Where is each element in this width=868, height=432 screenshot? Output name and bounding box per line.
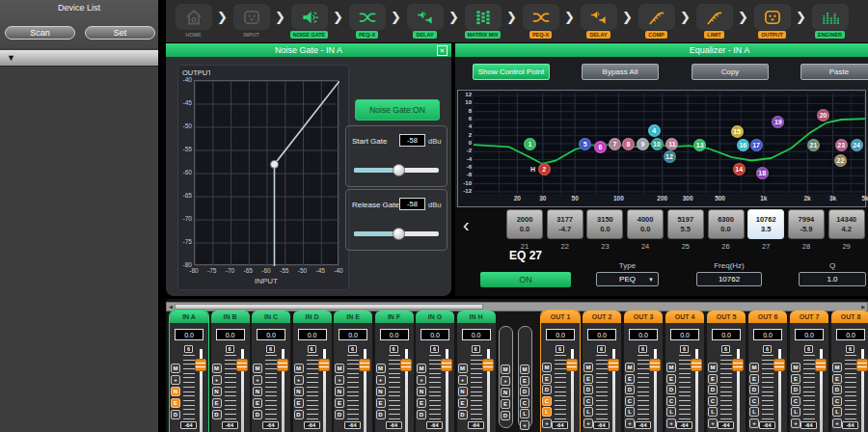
channel-gain-value[interactable]: 0.0: [546, 329, 575, 340]
channel-tab-in-b[interactable]: IN B: [211, 310, 250, 323]
channel-button-m[interactable]: M: [335, 364, 344, 373]
channel-button-d[interactable]: D: [253, 410, 262, 419]
channel-button-e[interactable]: E: [294, 398, 304, 408]
eq-point-24[interactable]: 24: [851, 139, 863, 151]
band-cell-26[interactable]: 63000.0: [708, 209, 745, 239]
equalizer-plot[interactable]: 12H456789101112131415161718192021222324: [474, 94, 865, 194]
fader-handle[interactable]: [732, 359, 744, 371]
channel-gain-value[interactable]: 0.0: [587, 329, 616, 340]
channel-tab-in-c[interactable]: IN C: [252, 310, 290, 323]
channel-button-e[interactable]: E: [749, 374, 759, 384]
channel-button-m[interactable]: M: [171, 364, 180, 373]
freq-field[interactable]: 10762: [696, 272, 762, 286]
toolbar-item-input[interactable]: INPUT: [229, 4, 274, 39]
channel-button-m[interactable]: M: [791, 363, 800, 372]
channel-tab-out-3[interactable]: OUT 3: [624, 310, 663, 323]
fader-handle[interactable]: [400, 359, 412, 371]
master-button-plus[interactable]: +: [520, 420, 529, 430]
eq-point-1[interactable]: 1: [524, 138, 536, 150]
channel-gain-value[interactable]: 0.0: [339, 329, 367, 340]
channel-button-c[interactable]: C: [708, 396, 718, 406]
channel-button-d[interactable]: D: [171, 410, 180, 419]
toolbar-item-home[interactable]: HOME: [171, 4, 216, 39]
channel-gain-value[interactable]: 0.0: [420, 329, 449, 340]
band-on-button[interactable]: ON: [480, 272, 571, 287]
channel-button-c[interactable]: C: [791, 396, 800, 406]
channel-button-d[interactable]: D: [791, 385, 800, 394]
toolbar-item-matrix-mix[interactable]: MATRIX MIX: [460, 4, 505, 39]
channel-button-e[interactable]: E: [625, 374, 635, 384]
channel-button-d[interactable]: D: [542, 385, 552, 394]
channel-button-d[interactable]: D: [708, 385, 718, 394]
noise-gate-plot[interactable]: [194, 80, 339, 265]
release-gate-slider[interactable]: [354, 231, 439, 236]
channel-button-c[interactable]: C: [583, 396, 593, 406]
channel-button-e[interactable]: E: [376, 398, 386, 408]
master-button-plus[interactable]: +: [501, 376, 510, 386]
channel-button-c[interactable]: C: [542, 396, 552, 406]
channel-button-e[interactable]: E: [708, 374, 718, 384]
start-gate-value-field[interactable]: -58: [399, 134, 425, 147]
eq-point-2[interactable]: 2: [538, 163, 551, 176]
channel-button-m[interactable]: M: [376, 364, 386, 373]
channel-button-c[interactable]: C: [832, 396, 842, 406]
fader-handle[interactable]: [318, 359, 330, 371]
channel-gain-value[interactable]: 0.0: [380, 329, 409, 340]
paste-button[interactable]: Paste: [800, 64, 868, 80]
eq-point-16[interactable]: 16: [737, 139, 749, 151]
eq-point-4[interactable]: 4: [648, 124, 661, 137]
channel-gain-value[interactable]: 0.0: [257, 329, 285, 340]
channel-button-plus[interactable]: +: [791, 418, 800, 428]
channel-button-c[interactable]: C: [749, 396, 759, 406]
toolbar-item-peq-x[interactable]: PEQ-X: [344, 4, 390, 39]
channel-gain-value[interactable]: 0.0: [712, 329, 741, 340]
channel-button-m[interactable]: M: [542, 363, 552, 372]
channel-button-d[interactable]: D: [376, 410, 386, 419]
channel-button-n[interactable]: N: [335, 387, 344, 396]
channel-button-l[interactable]: L: [832, 407, 842, 417]
channel-button-plus[interactable]: +: [417, 375, 426, 385]
band-cell-23[interactable]: 31500.0: [586, 209, 623, 239]
master-button-n[interactable]: N: [501, 388, 510, 397]
band-cell-22[interactable]: 3177-4.7: [547, 209, 583, 239]
channel-button-plus[interactable]: +: [666, 418, 676, 428]
master-button-e[interactable]: E: [501, 399, 510, 409]
channel-button-e[interactable]: E: [832, 374, 842, 384]
fader-handle[interactable]: [815, 359, 827, 371]
start-gate-slider[interactable]: [354, 168, 439, 173]
scan-button[interactable]: Scan: [5, 26, 75, 40]
channel-tab-in-d[interactable]: IN D: [293, 310, 332, 323]
channel-button-l[interactable]: L: [749, 407, 759, 417]
channel-button-m[interactable]: M: [458, 364, 468, 373]
channel-button-m[interactable]: M: [212, 364, 222, 373]
fader-handle[interactable]: [691, 359, 702, 371]
channel-gain-value[interactable]: 0.0: [753, 329, 782, 340]
type-dropdown[interactable]: PEQ ▼: [596, 272, 659, 286]
release-gate-value-field[interactable]: -58: [399, 198, 425, 210]
band-cell-21[interactable]: 20000.0: [506, 209, 543, 239]
close-icon[interactable]: ✕: [437, 45, 448, 56]
fader-handle[interactable]: [359, 359, 370, 371]
channel-button-e[interactable]: E: [458, 398, 468, 408]
channel-button-n[interactable]: N: [417, 387, 426, 396]
eq-point-23[interactable]: 23: [835, 139, 848, 151]
channel-button-d[interactable]: D: [666, 385, 676, 394]
channel-gain-value[interactable]: 0.0: [670, 329, 699, 340]
band-cell-24[interactable]: 40000.0: [627, 209, 664, 239]
channel-button-n[interactable]: N: [253, 387, 262, 396]
channel-button-l[interactable]: L: [542, 407, 552, 417]
band-cell-29[interactable]: 143404.2: [828, 209, 865, 239]
scroll-right-arrow-icon[interactable]: ▶: [861, 304, 865, 310]
channel-button-m[interactable]: M: [417, 364, 426, 373]
channel-gain-value[interactable]: 0.0: [462, 329, 491, 340]
channel-button-l[interactable]: L: [791, 407, 800, 417]
show-control-point-button[interactable]: Show Control Point: [473, 64, 550, 80]
eq-point-14[interactable]: 14: [733, 163, 746, 176]
channel-gain-value[interactable]: 0.0: [629, 329, 658, 340]
toolbar-item-limit[interactable]: LIMIT: [692, 4, 737, 39]
toolbar-item-delay[interactable]: DELAY: [576, 4, 621, 39]
channel-button-d[interactable]: D: [583, 385, 593, 394]
channel-button-m[interactable]: M: [749, 363, 759, 372]
fader-handle[interactable]: [482, 359, 494, 371]
channel-button-e[interactable]: E: [583, 374, 593, 384]
